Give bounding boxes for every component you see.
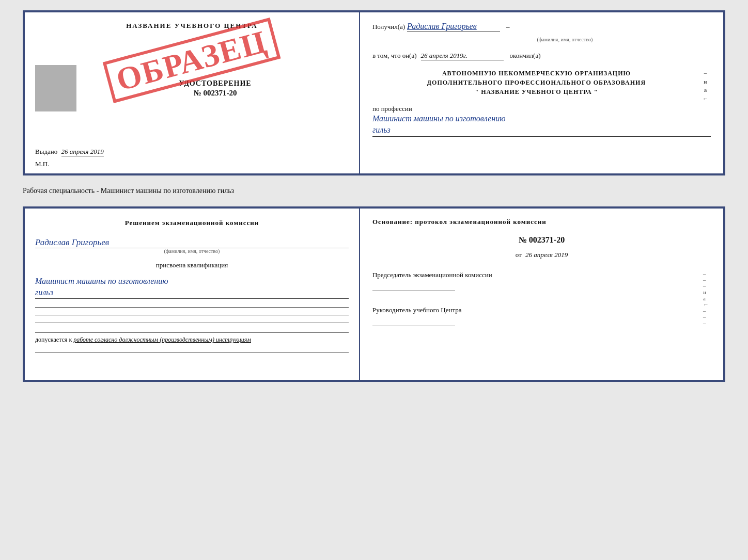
rukovoditel-block: Руководитель учебного Центра	[372, 306, 711, 326]
poluchil-value: Радислав Григорьев	[407, 22, 500, 31]
dopuskaetsya-block: допускается к работе согласно должностны…	[35, 332, 349, 344]
org-line1: АВТОНОМНУЮ НЕКОММЕРЧЕСКУЮ ОРГАНИЗАЦИЮ	[372, 69, 700, 78]
predsedatel-block: Председатель экзаменационной комиссии – …	[372, 270, 711, 291]
date-value: 26 апреля 2019	[525, 251, 568, 259]
name-sub: (фамилия, имя, отчество)	[35, 248, 349, 254]
predsedatel-title: Председатель экзаменационной комиссии	[372, 270, 698, 280]
udost-number: № 002371-20	[179, 89, 251, 98]
protocol-number: № 002371-20	[372, 235, 711, 245]
dash-1: –	[506, 23, 510, 31]
mp-label: М.П.	[35, 160, 49, 168]
bottom-lines	[35, 307, 349, 323]
dash-col-right: – и а ←	[703, 69, 709, 97]
photo-placeholder	[35, 65, 76, 111]
vydano-label: Выдано	[35, 148, 57, 155]
dopuskaetsya-label: допускается к	[35, 336, 72, 343]
vtom-date: 26 апреля 2019г.	[421, 52, 504, 60]
ot-label: от	[516, 251, 522, 259]
qualification-value: Машинист машины по изготовлению гильз	[35, 276, 349, 299]
bottom-doc-right: Основание: протокол экзаменационной коми…	[360, 209, 723, 380]
h-line-2	[35, 315, 349, 315]
po-prof-label: по профессии	[372, 105, 711, 113]
top-doc-left: НАЗВАНИЕ УЧЕБНОГО ЦЕНТРА УДОСТОВЕРЕНИЕ №…	[25, 12, 360, 173]
rukovoditel-sig-line	[372, 317, 455, 326]
h-line-bottom	[35, 352, 349, 353]
okonchil-label: окончил(а)	[510, 52, 541, 60]
h-line-3	[35, 323, 349, 323]
rukovoditel-title: Руководитель учебного Центра	[372, 306, 711, 315]
fam-sub: (фамилия, имя, отчество)	[419, 37, 711, 42]
bottom-doc-left: Решением экзаменационной комиссии Радисл…	[25, 209, 360, 380]
document-container: НАЗВАНИЕ УЧЕБНОГО ЦЕНТРА УДОСТОВЕРЕНИЕ №…	[23, 10, 725, 382]
vydano-date: 26 апреля 2019	[61, 148, 104, 156]
poluchil-row: Получил(а) Радислав Григорьев –	[372, 22, 711, 31]
osnovanie-title: Основание: протокол экзаменационной коми…	[372, 218, 711, 226]
profession-value: Машинист машины по изготовлению гильз	[372, 113, 711, 137]
vtom-label: в том, что он(а)	[372, 52, 417, 60]
bottom-document: Решением экзаменационной комиссии Радисл…	[23, 206, 725, 382]
stamp-area: УДОСТОВЕРЕНИЕ № 002371-20 ОБРАЗЕЦ	[35, 34, 349, 142]
dash-col-right-b: – – – и а ← – – –	[703, 270, 709, 291]
org-line3: " НАЗВАНИЕ УЧЕБНОГО ЦЕНТРА "	[372, 87, 700, 97]
person-name: Радислав Григорьев	[35, 237, 349, 248]
vtom-row: в том, что он(а) 26 апреля 2019г. окончи…	[372, 52, 711, 60]
left-bottom: Выдано 26 апреля 2019	[35, 148, 349, 156]
person-name-block: Радислав Григорьев (фамилия, имя, отчест…	[35, 235, 349, 254]
h-line-1	[35, 307, 349, 308]
top-document: НАЗВАНИЕ УЧЕБНОГО ЦЕНТРА УДОСТОВЕРЕНИЕ №…	[23, 10, 725, 175]
predsedatel-sig-line	[372, 282, 455, 291]
separator-label: Рабочая специальность - Машинист машины …	[23, 185, 234, 197]
org-block: АВТОНОМНУЮ НЕКОММЕРЧЕСКУЮ ОРГАНИЗАЦИЮ ДО…	[372, 69, 711, 97]
org-line2: ДОПОЛНИТЕЛЬНОГО ПРОФЕССИОНАЛЬНОГО ОБРАЗО…	[372, 78, 700, 87]
assigned-label: присвоена квалификация	[35, 261, 349, 269]
date-line: от 26 апреля 2019	[372, 251, 711, 259]
profession-block: по профессии Машинист машины по изготовл…	[372, 105, 711, 137]
top-doc-right: Получил(а) Радислав Григорьев – (фамилия…	[360, 12, 723, 173]
work-text: работе согласно должностным (производств…	[73, 336, 251, 343]
poluchil-label: Получил(а)	[372, 23, 405, 31]
commission-title: Решением экзаменационной комиссии	[35, 218, 349, 228]
vydano-line: Выдано 26 апреля 2019	[35, 148, 349, 156]
